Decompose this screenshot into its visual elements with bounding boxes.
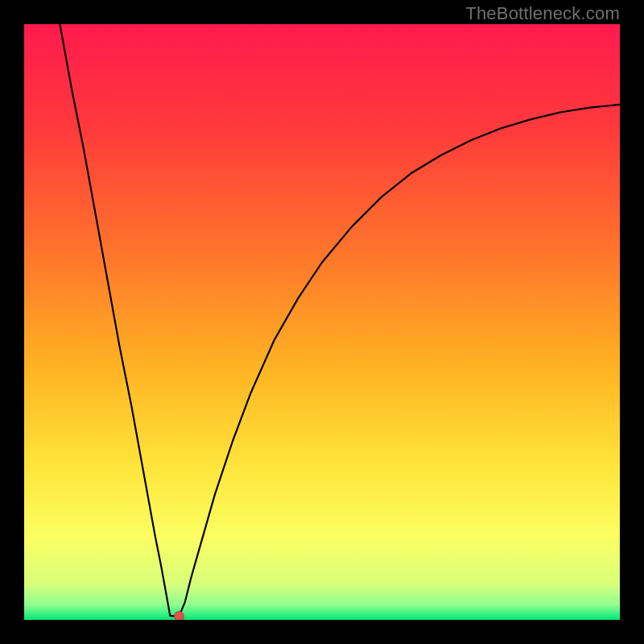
- chart-frame: TheBottleneck.com: [0, 0, 644, 644]
- watermark-text: TheBottleneck.com: [465, 3, 620, 24]
- gradient-background: [24, 24, 620, 620]
- chart-plot: [24, 24, 620, 620]
- curve-minimum-marker: [174, 612, 184, 620]
